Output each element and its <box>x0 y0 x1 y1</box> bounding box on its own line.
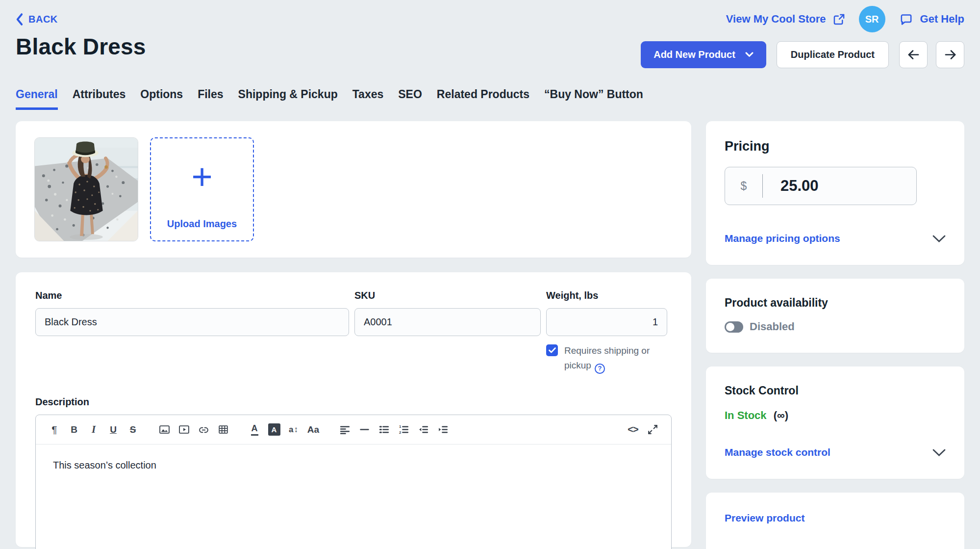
help-tooltip-icon[interactable]: ? <box>595 364 605 374</box>
previous-product-button[interactable] <box>899 41 928 68</box>
tab-attributes[interactable]: Attributes <box>73 88 126 110</box>
name-label: Name <box>35 290 349 301</box>
availability-toggle[interactable] <box>725 321 743 333</box>
paragraph-style-icon[interactable]: ¶ <box>45 420 64 440</box>
back-label: BACK <box>28 14 58 25</box>
editor-toolbar: ¶ B I U S <box>36 415 671 444</box>
chevron-left-icon <box>16 13 23 26</box>
svg-text:2: 2 <box>399 430 402 435</box>
check-icon <box>549 347 556 353</box>
description-editor: ¶ B I U S <box>35 415 672 549</box>
tab-shipping-pickup[interactable]: Shipping & Pickup <box>238 88 338 110</box>
price-input[interactable] <box>779 177 887 195</box>
add-new-product-label: Add New Product <box>653 49 735 60</box>
bullet-list-icon[interactable] <box>374 420 394 440</box>
description-label: Description <box>35 396 672 408</box>
tab-files[interactable]: Files <box>198 88 223 110</box>
manage-stock-row[interactable]: Manage stock control <box>725 446 946 458</box>
bold-icon[interactable]: B <box>64 420 84 440</box>
description-input[interactable]: This season’s collection <box>36 444 671 549</box>
title-row: Black Dress Add New Product Duplicate Pr… <box>16 31 964 68</box>
back-button[interactable]: BACK <box>16 13 58 26</box>
sku-label: SKU <box>354 290 541 301</box>
price-field: $ <box>725 167 917 205</box>
availability-title: Product availability <box>725 296 946 310</box>
stock-status: In Stock <box>725 409 767 421</box>
highlight-color-icon[interactable]: A <box>264 420 284 440</box>
tab-related-products[interactable]: Related Products <box>437 88 529 110</box>
chevron-down-icon <box>932 449 946 456</box>
chat-bubble-icon <box>899 12 914 26</box>
top-right-links: View My Cool Store SR Get Help <box>726 6 964 32</box>
horizontal-rule-icon[interactable] <box>354 420 374 440</box>
svg-text:1: 1 <box>399 425 402 429</box>
chevron-down-icon <box>932 235 946 242</box>
duplicate-product-button[interactable]: Duplicate Product <box>777 41 889 68</box>
insert-link-icon[interactable] <box>194 420 213 440</box>
arrow-right-icon <box>944 49 957 60</box>
manage-pricing-link[interactable]: Manage pricing options <box>725 233 840 244</box>
preview-card: Preview product <box>706 493 964 549</box>
tab-general[interactable]: General <box>16 88 58 110</box>
fullscreen-icon[interactable] <box>643 420 662 440</box>
get-help-label: Get Help <box>920 13 964 26</box>
requires-shipping-checkbox[interactable] <box>546 344 558 356</box>
header-actions: Add New Product Duplicate Product <box>641 41 964 68</box>
name-input[interactable] <box>35 308 349 336</box>
italic-icon[interactable]: I <box>84 420 103 440</box>
sidebar: Pricing $ Manage pricing options Product… <box>706 121 964 549</box>
insert-image-icon[interactable] <box>154 420 174 440</box>
avatar[interactable]: SR <box>859 6 885 32</box>
pricing-card: Pricing $ Manage pricing options <box>706 121 964 265</box>
product-photo[interactable] <box>34 137 138 241</box>
tab-buy-now-button[interactable]: “Buy Now” Button <box>544 88 643 110</box>
sku-input[interactable] <box>354 308 541 336</box>
top-bar: BACK View My Cool Store SR Get Help <box>16 0 964 26</box>
stock-quantity: (∞) <box>774 409 788 421</box>
view-store-link[interactable]: View My Cool Store <box>726 13 846 26</box>
product-tabs: General Attributes Options Files Shippin… <box>16 88 964 110</box>
availability-card: Product availability Disabled <box>706 279 964 353</box>
upload-images-dropzone[interactable]: + Upload Images <box>150 137 254 241</box>
text-style-icon[interactable]: Aa <box>303 420 323 440</box>
currency-symbol: $ <box>725 180 762 193</box>
font-size-icon[interactable]: a↕ <box>284 420 303 440</box>
view-store-label: View My Cool Store <box>726 13 826 26</box>
requires-shipping-label: Requires shipping or pickup? <box>564 343 650 374</box>
insert-video-icon[interactable] <box>174 420 194 440</box>
manage-stock-link[interactable]: Manage stock control <box>725 446 830 458</box>
tab-seo[interactable]: SEO <box>398 88 422 110</box>
toggle-knob <box>726 323 734 331</box>
numbered-list-icon[interactable]: 12 <box>394 420 413 440</box>
main-column: + Upload Images Name SKU Weight, <box>16 121 691 547</box>
price-divider <box>762 174 763 198</box>
strikethrough-icon[interactable]: S <box>123 420 143 440</box>
underline-icon[interactable]: U <box>103 420 123 440</box>
product-photo-image <box>35 138 138 241</box>
add-new-product-button[interactable]: Add New Product <box>641 41 766 68</box>
arrow-left-icon <box>907 49 920 60</box>
tab-taxes[interactable]: Taxes <box>352 88 384 110</box>
preview-product-link[interactable]: Preview product <box>725 512 804 523</box>
stock-title: Stock Control <box>725 384 946 397</box>
upload-images-label: Upload Images <box>167 218 237 230</box>
pricing-title: Pricing <box>725 139 946 154</box>
availability-status: Disabled <box>750 320 795 333</box>
product-details-card: Name SKU Weight, lbs <box>16 272 691 547</box>
chevron-down-icon <box>745 52 754 57</box>
outdent-icon[interactable] <box>413 420 433 440</box>
manage-pricing-row[interactable]: Manage pricing options <box>725 233 946 244</box>
page-title: Black Dress <box>16 33 146 60</box>
next-product-button[interactable] <box>936 41 964 68</box>
source-code-icon[interactable]: <> <box>623 420 643 440</box>
tab-options[interactable]: Options <box>140 88 183 110</box>
indent-icon[interactable] <box>433 420 452 440</box>
insert-table-icon[interactable] <box>213 420 233 440</box>
weight-input[interactable] <box>546 308 667 336</box>
plus-icon: + <box>191 159 212 195</box>
get-help-link[interactable]: Get Help <box>899 12 964 26</box>
align-text-icon[interactable] <box>335 420 354 440</box>
stock-control-card: Stock Control In Stock (∞) Manage stock … <box>706 366 964 479</box>
external-link-icon <box>832 13 846 26</box>
font-color-icon[interactable]: A <box>245 420 264 440</box>
